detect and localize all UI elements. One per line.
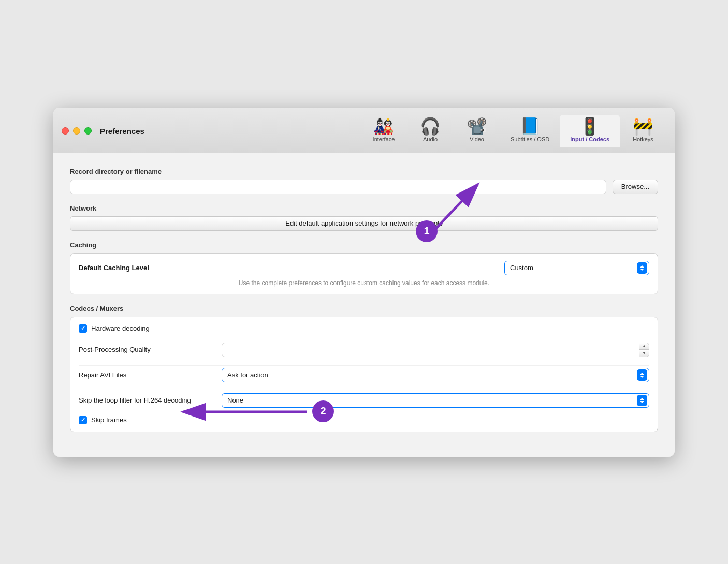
h264-select[interactable]: None Non-ref Bidir Non-key All (222, 393, 649, 408)
codecs-section-label: Codecs / Muxers (70, 305, 658, 313)
skip-frames-checkbox[interactable]: ✓ (79, 416, 87, 424)
hotkeys-icon: 🚧 (633, 118, 653, 135)
repair-avi-select[interactable]: Ask for action Always fix Never fix (222, 368, 649, 382)
skip-frames-row: ✓ Skip frames (79, 416, 649, 424)
skip-frames-check-icon: ✓ (81, 417, 85, 423)
repair-avi-label: Repair AVI Files (79, 371, 213, 379)
tab-input-codecs[interactable]: 🚦 Input / Codecs (560, 115, 620, 147)
tab-audio-label: Audio (423, 136, 438, 142)
h264-row: Skip the loop filter for H.264 decoding … (79, 391, 649, 410)
record-section: Record directory or filename Browse... (70, 168, 658, 194)
preferences-window: Preferences 🎎 Interface 🎧 Audio (53, 108, 675, 457)
tab-interface[interactable]: 🎎 Interface (360, 115, 407, 147)
network-section-label: Network (70, 204, 658, 212)
post-processing-control: 6 ▲ ▼ (222, 343, 649, 357)
tab-input-codecs-label: Input / Codecs (570, 136, 609, 142)
post-processing-row: Post-Processing Quality 6 ▲ ▼ (79, 340, 649, 359)
network-settings-button[interactable]: Edit default application settings for ne… (70, 216, 658, 231)
tab-audio[interactable]: 🎧 Audio (407, 115, 454, 147)
hardware-decoding-label: Hardware decoding (91, 324, 150, 332)
tab-interface-label: Interface (373, 136, 395, 142)
stepper-up-button[interactable]: ▲ (639, 343, 649, 350)
caching-hint-text: Use the complete preferences to configur… (79, 279, 649, 287)
record-section-label: Record directory or filename (70, 168, 658, 175)
maximize-button[interactable] (84, 127, 92, 135)
tab-video[interactable]: 📽️ Video (454, 115, 500, 147)
repair-avi-row: Repair AVI Files Ask for action Always f… (79, 365, 649, 384)
close-button[interactable] (62, 127, 69, 135)
network-section: Network Edit default application setting… (70, 204, 658, 231)
h264-label: Skip the loop filter for H.264 decoding (79, 396, 213, 404)
stepper-buttons: ▲ ▼ (639, 343, 649, 357)
caching-field-label: Default Caching Level (79, 264, 496, 272)
repair-avi-select-wrapper: Ask for action Always fix Never fix (222, 368, 649, 382)
skip-frames-label: Skip frames (91, 416, 127, 424)
window-title: Preferences (100, 127, 144, 136)
post-processing-input[interactable]: 6 (222, 343, 639, 357)
tab-hotkeys-label: Hotkeys (633, 136, 653, 142)
minimize-button[interactable] (73, 127, 80, 135)
content-area: 1 2 Record directory or filename Browse.… (53, 153, 675, 457)
caching-section: Caching Default Caching Level Custom Def… (70, 241, 658, 294)
traffic-lights (62, 127, 92, 135)
record-input[interactable] (70, 180, 606, 194)
caching-section-label: Caching (70, 241, 658, 249)
subtitles-icon: 📘 (520, 118, 541, 135)
video-icon: 📽️ (467, 118, 487, 135)
h264-select-wrapper: None Non-ref Bidir Non-key All (222, 393, 649, 408)
interface-icon: 🎎 (373, 118, 394, 135)
hardware-decoding-checkbox[interactable]: ✓ (79, 324, 87, 333)
repair-avi-control: Ask for action Always fix Never fix (222, 368, 649, 382)
codecs-box: ✓ Hardware decoding Post-Processing Qual… (70, 317, 658, 432)
h264-control: None Non-ref Bidir Non-key All (222, 393, 649, 408)
post-processing-label: Post-Processing Quality (79, 346, 213, 353)
checkbox-check-icon: ✓ (81, 325, 85, 331)
tab-subtitles-label: Subtitles / OSD (511, 136, 549, 142)
post-processing-stepper: 6 ▲ ▼ (222, 343, 649, 357)
input-codecs-icon: 🚦 (579, 118, 600, 135)
codecs-section: Codecs / Muxers ✓ Hardware decoding Post… (70, 305, 658, 432)
caching-box: Default Caching Level Custom Default Low… (70, 253, 658, 294)
annotation-circle-2: 2 (312, 400, 334, 422)
tab-video-label: Video (470, 136, 484, 142)
caching-level-select-wrapper: Custom Default Lowest latency Low latenc… (504, 261, 649, 275)
tab-hotkeys[interactable]: 🚧 Hotkeys (620, 115, 666, 147)
annotation-circle-1: 1 (416, 220, 438, 242)
browse-button[interactable]: Browse... (613, 180, 658, 194)
stepper-down-button[interactable]: ▼ (639, 350, 649, 357)
caching-level-select[interactable]: Custom Default Lowest latency Low latenc… (504, 261, 649, 275)
titlebar: Preferences 🎎 Interface 🎧 Audio (53, 108, 675, 153)
toolbar: 🎎 Interface 🎧 Audio 📽️ Video (360, 115, 666, 147)
tab-subtitles[interactable]: 📘 Subtitles / OSD (500, 115, 560, 147)
hardware-decoding-row: ✓ Hardware decoding (79, 324, 649, 333)
audio-icon: 🎧 (420, 118, 441, 135)
